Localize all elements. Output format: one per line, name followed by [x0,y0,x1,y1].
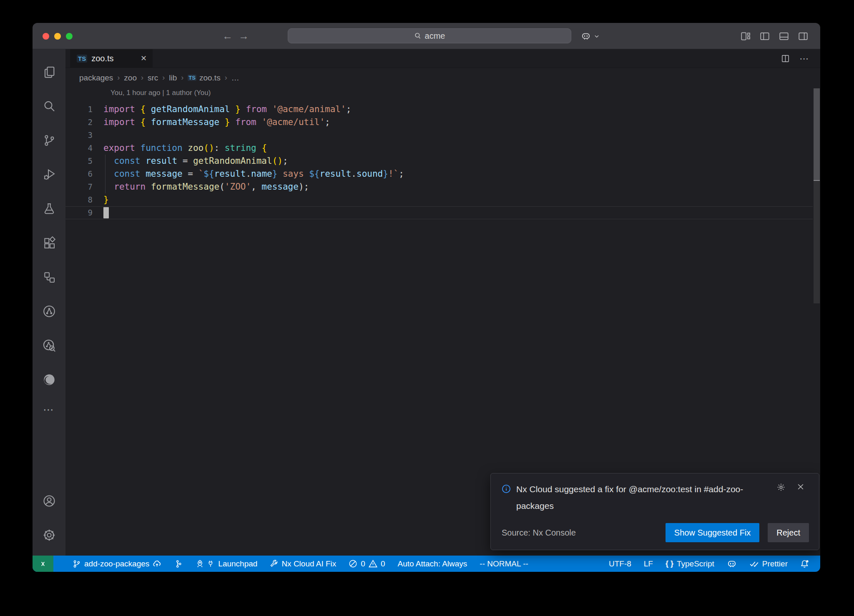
code-line-9: 9 [65,206,813,219]
code-line-6: 6 const message = `${result.name} says $… [65,168,813,180]
status-copilot-status[interactable] [727,559,737,569]
maximize-window-button[interactable] [66,33,73,40]
status-notifications-bell[interactable] [800,559,809,568]
panel-bottom-icon[interactable] [779,31,789,42]
command-center-search[interactable]: acme [288,28,571,43]
activity-item-testing[interactable] [33,192,65,226]
breadcrumb-item[interactable]: zoo [124,73,137,83]
activity-bar: ⋯ [33,49,65,556]
traffic-lights [43,23,73,49]
activity-item-edge-browser[interactable] [33,363,65,397]
activity-item-nx-console[interactable] [33,260,65,294]
tab-zoo-ts[interactable]: TS zoo.ts ✕ [70,49,153,68]
layout-controls [740,23,809,49]
activity-item-accounts[interactable] [33,484,65,518]
status-label: UTF-8 [609,559,631,568]
scrollbar-track-shadow [814,180,820,303]
status-nx-cloud-ai-fix[interactable]: Nx Cloud AI Fix [270,559,336,568]
status-git-graph[interactable] [174,560,182,568]
more-actions-icon[interactable]: ⋯ [799,53,809,64]
breadcrumb-item[interactable]: src [148,73,158,83]
show-suggested-fix-button[interactable]: Show Suggested Fix [666,523,759,542]
activity-item-nx-project-graph[interactable] [33,294,65,328]
remote-indicator[interactable] [33,556,53,572]
dblcheck-icon [749,559,759,568]
layout-icon[interactable] [740,31,751,42]
tab-close-icon[interactable]: ✕ [141,54,147,63]
activity-bar-bottom [33,484,65,552]
activity-item-explorer[interactable] [33,55,65,89]
code-line-4: 4export function zoo(): string { [65,142,813,155]
copilot-menu[interactable] [581,23,600,49]
status-label: -- NORMAL -- [480,559,528,568]
activity-item-source-control[interactable] [33,123,65,158]
activity-item-nx-cloud[interactable] [33,328,65,363]
title-bar: ← → acme [33,23,820,49]
code-line-1: 1import { getRandomAnimal } from '@acme/… [65,103,813,116]
activity-item-more-views[interactable]: ⋯ [33,397,65,423]
wrench-icon [270,560,278,568]
status-bar: add-zoo-packagesLaunchpadNx Cloud AI Fix… [33,556,820,572]
panel-right-icon[interactable] [798,31,809,42]
status-launchpad[interactable]: Launchpad [195,559,257,568]
vscode-window: ← → acme ⋯ TS zoo.ts ✕ [33,23,820,572]
status-git-branch[interactable]: add-zoo-packages [73,559,161,568]
code-line-8: 8} [65,193,813,206]
error-icon [349,559,357,568]
cloudup-icon [153,559,161,568]
code-line-7: 7 return formatMessage('ZOO', message); [65,180,813,193]
status-label: 0 [361,559,365,568]
activity-item-extensions[interactable] [33,226,65,260]
status-label: Prettier [762,559,788,568]
code-line-2: 2import { formatMessage } from '@acme/ut… [65,116,813,129]
status-language-mode[interactable]: { }TypeScript [666,559,714,568]
status-label: LF [644,559,653,568]
copilot-icon [727,559,737,569]
reject-button[interactable]: Reject [768,523,809,542]
breadcrumb-item[interactable]: TSzoo.ts [188,73,220,83]
panel-left-icon[interactable] [759,31,770,42]
breadcrumb-separator: › [225,73,227,82]
status-label: TypeScript [677,559,714,568]
notification-close-icon[interactable] [796,483,805,492]
code-line-5: 5 const result = getRandomAnimal(); [65,155,813,168]
status-formatter-prettier[interactable]: Prettier [749,559,788,568]
search-value: acme [425,31,445,41]
split-editor-icon[interactable] [781,54,790,63]
status-label: Auto Attach: Always [397,559,467,568]
status-encoding[interactable]: UTF-8 [609,559,631,568]
rocket-icon [195,559,203,568]
info-icon [502,484,511,514]
search-icon [414,32,422,40]
back-button[interactable]: ← [222,30,233,42]
plug-icon [207,560,215,568]
status-problems[interactable]: 00 [349,559,385,568]
notification-settings-icon[interactable] [776,483,786,492]
notification-message: Nx Cloud suggested a fix for @acme/zoo:t… [516,481,775,514]
tab-bar: TS zoo.ts ✕ ⋯ [65,49,820,68]
status-label: Launchpad [218,559,257,568]
braces-icon: { } [666,559,673,568]
forward-button[interactable]: → [239,30,249,42]
status-label: add-zoo-packages [84,559,149,568]
status-bar-left: add-zoo-packagesLaunchpadNx Cloud AI Fix… [53,559,528,568]
belldot-icon [800,559,809,568]
status-eol[interactable]: LF [644,559,653,568]
close-window-button[interactable] [43,33,49,40]
status-auto-attach[interactable]: Auto Attach: Always [397,559,467,568]
breadcrumb-item[interactable]: packages [79,73,113,83]
breadcrumb-separator: › [117,73,120,82]
breadcrumb-item[interactable]: … [231,73,239,83]
notification-toast: Nx Cloud suggested a fix for @acme/zoo:t… [490,473,819,550]
activity-bar-top: ⋯ [33,55,65,423]
scrollbar-slider[interactable] [814,88,820,180]
gitgraph-icon [174,560,182,568]
status-vim-mode[interactable]: -- NORMAL -- [480,559,528,568]
breadcrumb-separator: › [181,73,183,82]
activity-item-run-and-debug[interactable] [33,158,65,192]
activity-item-search[interactable] [33,89,65,123]
breadcrumb: packages›zoo›src›lib›TSzoo.ts›… [65,68,820,88]
breadcrumb-item[interactable]: lib [169,73,177,83]
minimize-window-button[interactable] [54,33,61,40]
activity-item-settings[interactable] [33,518,65,552]
